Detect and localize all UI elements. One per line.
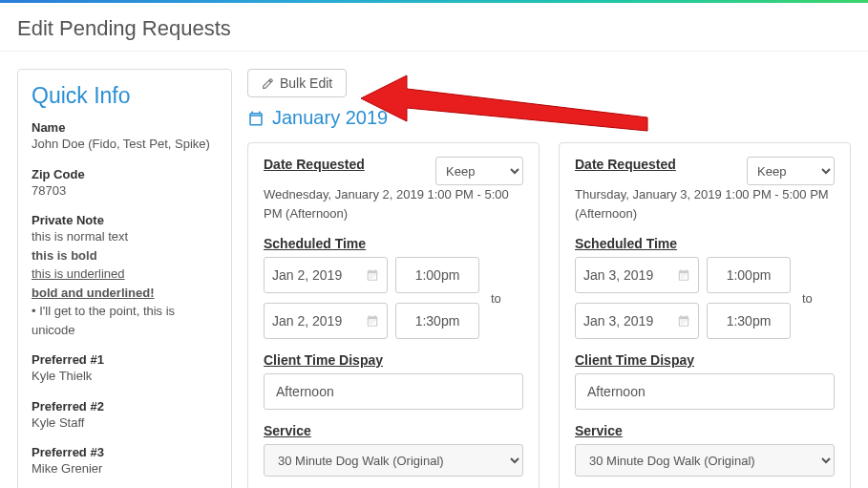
start-date-input[interactable] xyxy=(272,267,349,283)
start-time-input[interactable] xyxy=(395,257,479,293)
start-date-field[interactable] xyxy=(575,257,699,293)
end-date-field[interactable] xyxy=(264,303,388,339)
svg-rect-14 xyxy=(681,277,682,278)
private-note-line1: this is normal text xyxy=(32,227,218,246)
scheduled-time-label: Scheduled Time xyxy=(575,236,835,251)
to-label: to xyxy=(800,291,815,306)
scheduled-time-label: Scheduled Time xyxy=(264,236,523,251)
start-time-input[interactable] xyxy=(707,257,791,293)
calendar-icon xyxy=(677,268,690,282)
preferred-2-label: Preferred #2 xyxy=(32,399,218,414)
end-date-input[interactable] xyxy=(583,313,660,329)
calendar-icon xyxy=(677,314,690,328)
bulk-edit-button[interactable]: Bulk Edit xyxy=(247,69,347,97)
zip-label: Zip Code xyxy=(32,167,218,181)
edit-icon xyxy=(262,77,274,90)
end-time-input[interactable] xyxy=(395,303,479,339)
calendar-icon xyxy=(366,314,379,328)
keep-select[interactable]: Keep xyxy=(435,157,523,185)
keep-select[interactable]: Keep xyxy=(747,157,835,185)
end-time-input[interactable] xyxy=(707,303,791,339)
private-note-block: Private Note this is normal text this is… xyxy=(32,213,218,339)
preferred-1-block: Preferred #1 Kyle Thielk xyxy=(32,352,218,386)
svg-rect-5 xyxy=(370,320,370,321)
svg-rect-15 xyxy=(683,277,684,278)
date-requested-label: Date Requested xyxy=(264,157,365,172)
name-label: Name xyxy=(32,120,218,135)
svg-rect-3 xyxy=(370,277,370,278)
start-date-field[interactable] xyxy=(264,257,388,293)
request-card: Date Requested Keep Wednesday, January 2… xyxy=(247,142,540,488)
bulk-edit-label: Bulk Edit xyxy=(280,75,332,91)
name-value: John Doe (Fido, Test Pet, Spike) xyxy=(32,135,218,154)
start-date-input[interactable] xyxy=(583,267,660,283)
private-note-line5: • I'll get to the point, this is unicode xyxy=(32,302,218,339)
service-select[interactable]: 30 Minute Dog Walk (Original) xyxy=(575,444,835,477)
preferred-2-block: Preferred #2 Kyle Staff xyxy=(32,399,218,433)
client-display-label: Client Time Dispay xyxy=(264,352,523,368)
svg-rect-19 xyxy=(681,323,682,324)
preferred-2-value: Kyle Staff xyxy=(32,414,218,433)
svg-rect-12 xyxy=(683,274,684,275)
svg-rect-7 xyxy=(374,320,375,321)
page-title: Edit Pending Requests xyxy=(0,3,868,51)
svg-rect-11 xyxy=(681,274,682,275)
end-date-field[interactable] xyxy=(575,303,699,339)
quick-info-panel: Quick Info Name John Doe (Fido, Test Pet… xyxy=(17,69,232,488)
calendar-icon xyxy=(366,268,379,282)
date-requested-value: Wednesday, January 2, 2019 1:00 PM - 5:0… xyxy=(264,185,523,223)
month-header[interactable]: January 2019 xyxy=(247,107,851,129)
private-note-line4: bold and underlined! xyxy=(32,284,218,303)
private-note-label: Private Note xyxy=(32,213,218,227)
zip-value: 78703 xyxy=(32,181,218,201)
request-card: Date Requested Keep Thursday, January 3,… xyxy=(559,142,851,488)
client-display-input[interactable] xyxy=(264,373,523,410)
private-note-line3: this is underlined xyxy=(32,265,218,284)
preferred-3-block: Preferred #3 Mike Grenier xyxy=(32,445,218,478)
client-display-input[interactable] xyxy=(575,373,835,410)
main-content: Bulk Edit January 2019 Date Requested Ke… xyxy=(247,69,851,488)
divider xyxy=(0,51,868,52)
service-label: Service xyxy=(264,423,523,438)
add-on-service-button[interactable]: Add On Service xyxy=(575,484,695,488)
svg-rect-1 xyxy=(371,274,372,275)
service-label: Service xyxy=(575,423,835,438)
to-label: to xyxy=(489,291,503,306)
svg-rect-13 xyxy=(686,274,687,275)
private-note-line2: this is bold xyxy=(32,246,218,265)
calendar-icon xyxy=(247,110,265,127)
date-requested-value: Thursday, January 3, 2019 1:00 PM - 5:00… xyxy=(575,185,835,223)
end-date-input[interactable] xyxy=(272,313,349,329)
svg-rect-6 xyxy=(371,320,372,321)
svg-rect-9 xyxy=(371,323,372,324)
svg-rect-20 xyxy=(683,323,684,324)
preferred-3-label: Preferred #3 xyxy=(32,445,218,459)
svg-rect-17 xyxy=(683,320,684,321)
quick-info-heading: Quick Info xyxy=(32,83,218,109)
add-on-service-button[interactable]: Add On Service xyxy=(264,484,384,488)
svg-rect-18 xyxy=(686,320,687,321)
svg-rect-8 xyxy=(370,323,370,324)
preferred-1-value: Kyle Thielk xyxy=(32,367,218,386)
svg-rect-2 xyxy=(374,274,375,275)
svg-rect-0 xyxy=(370,274,370,275)
zip-block: Zip Code 78703 xyxy=(32,167,218,201)
name-block: Name John Doe (Fido, Test Pet, Spike) xyxy=(32,120,218,154)
preferred-3-value: Mike Grenier xyxy=(32,459,218,478)
service-select[interactable]: 30 Minute Dog Walk (Original) xyxy=(264,444,523,477)
client-display-label: Client Time Dispay xyxy=(575,352,835,368)
date-requested-label: Date Requested xyxy=(575,157,676,172)
svg-rect-16 xyxy=(681,320,682,321)
svg-rect-4 xyxy=(371,277,372,278)
month-label: January 2019 xyxy=(272,107,388,129)
preferred-1-label: Preferred #1 xyxy=(32,352,218,367)
